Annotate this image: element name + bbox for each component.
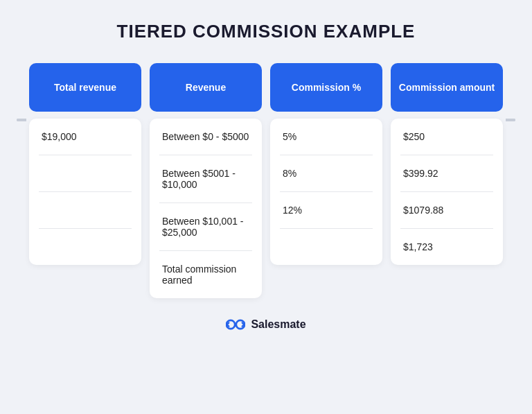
footer-brand: Salesmate — [226, 318, 305, 331]
header-commission-pct: Commission % — [270, 63, 382, 112]
cell-revenue-tier-1: Between $0 - $5000 — [159, 119, 252, 155]
body-revenue: Between $0 - $5000 Between $5001 - $10,0… — [150, 119, 262, 298]
brand-name: Salesmate — [251, 318, 305, 331]
cell-spacer-2 — [39, 192, 132, 229]
cell-commission-amt-total: $1,723 — [400, 229, 493, 265]
column-revenue: Revenue Between $0 - $5000 Between $5001… — [150, 63, 262, 298]
cell-commission-pct-1: 5% — [280, 119, 373, 155]
cell-commission-pct-spacer — [280, 229, 373, 265]
body-commission-amount: $250 $399.92 $1079.88 $1,723 — [391, 119, 503, 265]
column-total-revenue: Total revenue $19,000 — [29, 63, 141, 265]
column-commission-pct: Commission % 5% 8% 12% — [270, 63, 382, 265]
cell-commission-pct-2: 8% — [280, 155, 373, 192]
cell-spacer-1 — [39, 155, 132, 192]
cell-commission-pct-3: 12% — [280, 192, 373, 229]
body-commission-pct: 5% 8% 12% — [270, 119, 382, 265]
cell-revenue-tier-2: Between $5001 - $10,000 — [159, 155, 252, 203]
header-commission-amount: Commission amount — [391, 63, 503, 112]
page-title: TIERED COMMISSION EXAMPLE — [117, 21, 416, 42]
cell-commission-amt-1: $250 — [400, 119, 493, 155]
salesmate-icon — [226, 318, 245, 331]
header-total-revenue: Total revenue — [29, 63, 141, 112]
cell-commission-amt-3: $1079.88 — [400, 192, 493, 229]
cell-total-revenue-value: $19,000 — [39, 119, 132, 155]
cell-revenue-tier-3: Between $10,001 - $25,000 — [159, 203, 252, 251]
left-bracket — [17, 63, 29, 121]
table-container: Total revenue $19,000 Revenue Between $0… — [29, 63, 503, 298]
cell-spacer-3 — [39, 229, 132, 265]
cell-commission-amt-2: $399.92 — [400, 155, 493, 192]
right-bracket — [503, 63, 515, 121]
header-revenue: Revenue — [150, 63, 262, 112]
body-total-revenue: $19,000 — [29, 119, 141, 265]
cell-revenue-total-label: Total commission earned — [159, 251, 252, 298]
column-commission-amount: Commission amount $250 $399.92 $1079.88 … — [391, 63, 503, 265]
